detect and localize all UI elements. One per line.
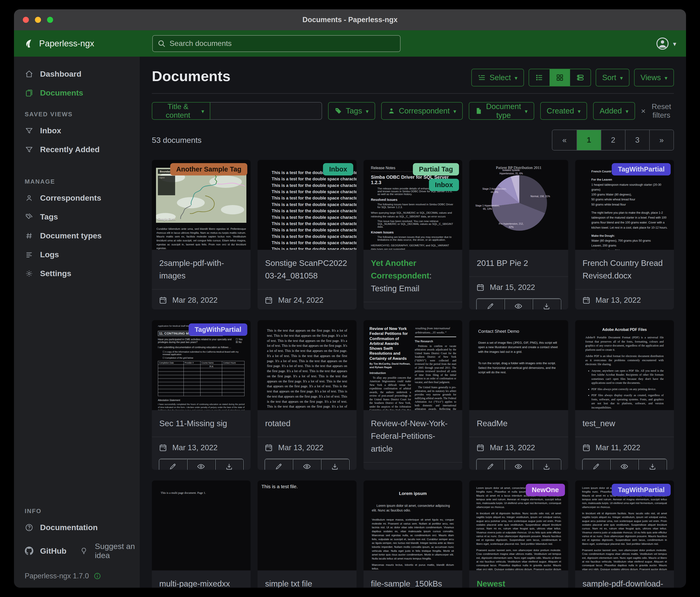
filter-added-button[interactable]: Added ▾ [593, 102, 635, 120]
document-title[interactable]: 2sample-pdf-with-images [159, 257, 243, 282]
pagination-page-3[interactable]: 3 [625, 130, 649, 150]
download-document-button[interactable] [532, 299, 561, 309]
edit-document-button[interactable] [583, 459, 610, 470]
document-thumbnail[interactable]: Boundary Waters TripLegendGoogle EarthCu… [152, 160, 251, 250]
sidebar-item-suggest-idea[interactable]: Suggest an idea [69, 537, 140, 565]
document-title[interactable]: Sonstige ScanPC2022 03-24_081058 [265, 257, 349, 282]
tag-badge[interactable]: TagWithPartial [612, 163, 671, 175]
tag-badge[interactable]: Partial Tag [413, 163, 459, 175]
sidebar-item-document-types[interactable]: Document types [14, 226, 140, 245]
document-card[interactable]: Contact Sheet DemoGiven a set of image f… [469, 320, 568, 470]
sidebar-item-documents[interactable]: Documents [14, 83, 140, 102]
sidebar-item-logs[interactable]: Logs [14, 245, 140, 264]
sidebar-item-inbox[interactable]: Inbox [14, 121, 140, 140]
search-input[interactable] [170, 39, 395, 48]
document-card[interactable]: French Country BreadFor the Leaven1 heap… [575, 160, 674, 309]
pagination-prev-button[interactable]: « [552, 130, 577, 150]
view-document-button[interactable] [293, 459, 321, 470]
document-card[interactable]: This is a multi page document. Page 1.mu… [152, 480, 251, 588]
document-card[interactable]: This is the text that appears on the fir… [257, 320, 356, 470]
document-title[interactable]: Review-of-New-York-Federal-Petitions-art… [371, 417, 455, 455]
filter-tags-button[interactable]: Tags ▾ [328, 102, 375, 120]
view-list-button[interactable] [529, 69, 550, 86]
global-search[interactable] [152, 35, 401, 52]
sidebar-item-dashboard[interactable]: Dashboard [14, 65, 140, 83]
document-card[interactable]: Adobe Acrobat PDF FilesAdobe® Portable D… [575, 320, 674, 470]
edit-document-button[interactable] [477, 459, 504, 470]
view-document-button[interactable] [504, 459, 532, 470]
sidebar-item-settings[interactable]: Settings [14, 264, 140, 283]
document-correspondent-link[interactable]: Newest Correspondent [477, 579, 535, 588]
sidebar-item-correspondents[interactable]: Correspondents [14, 189, 140, 207]
document-card[interactable]: Lorem ipsum dolor sit amet, consectetur … [575, 480, 674, 588]
document-thumbnail[interactable]: Lorem ipsum dolor sit amet, consectetur … [575, 480, 674, 570]
select-button[interactable]: Select ▾ [471, 69, 524, 87]
tag-badge[interactable]: NewOne [526, 484, 565, 496]
document-thumbnail[interactable]: Release NotesSimba ODBC Driver for SQL S… [364, 160, 462, 250]
document-correspondent-link[interactable]: Yet Another Correspondent [371, 258, 429, 280]
document-thumbnail[interactable]: Adobe Acrobat PDF FilesAdobe® Portable D… [575, 320, 674, 410]
document-title[interactable]: rotated [265, 417, 349, 430]
document-card[interactable]: This is a test file.simple txt file [257, 480, 356, 588]
sidebar-item-recently-added[interactable]: Recently Added [14, 140, 140, 159]
document-thumbnail[interactable]: French Country BreadFor the Leaven1 heap… [575, 160, 674, 250]
info-circle-icon[interactable] [94, 572, 101, 580]
document-card[interactable]: Release NotesSimba ODBC Driver for SQL S… [364, 160, 462, 309]
document-title[interactable]: French Country Bread Revised.docx [583, 257, 667, 282]
document-thumbnail[interactable]: This is the text that appears on the fir… [257, 320, 356, 410]
user-avatar-icon[interactable] [656, 37, 669, 50]
document-card[interactable]: Lorem ipsumLorem ipsum dolor sit amet, c… [364, 480, 462, 588]
document-thumbnail[interactable]: Review of New York Federal Petitions for… [364, 320, 462, 410]
document-title[interactable]: test_new [583, 417, 667, 430]
tag-badge[interactable]: Inbox [323, 163, 353, 175]
document-title[interactable]: simple txt file [265, 577, 349, 588]
document-title[interactable]: sample-pdf-download-10-mb-longer-title [583, 577, 667, 588]
sidebar-item-tags[interactable]: Tags [14, 207, 140, 226]
view-grid-button[interactable] [550, 69, 570, 86]
document-title[interactable]: Sec 11-Missing sig [159, 417, 243, 430]
document-thumbnail[interactable]: This is a test file. [257, 480, 356, 570]
brand[interactable]: Paperless-ngx [24, 39, 152, 49]
edit-document-button[interactable] [477, 299, 504, 309]
document-thumbnail[interactable]: Patient BP Distribution 2011Normal, 158,… [469, 160, 568, 250]
tag-badge[interactable]: Inbox [429, 179, 459, 191]
document-title[interactable]: Yet Another Correspondent: Testing Email [371, 257, 455, 295]
document-thumbnail[interactable]: Application for Medical Staff Members — … [152, 320, 251, 410]
reset-filters-button[interactable]: × Reset filters [641, 102, 674, 120]
sidebar-item-documentation[interactable]: Documentation [14, 518, 140, 537]
user-menu-caret-icon[interactable]: ▾ [673, 41, 676, 47]
document-title[interactable]: multi-page-mixedxx [159, 577, 243, 588]
document-card[interactable]: Lorem ipsum dolor sit amet, consectetur … [469, 480, 568, 588]
tag-badge[interactable]: TagWithPartial [612, 484, 671, 496]
document-title[interactable]: 2011 BP Pie 2 [477, 257, 560, 269]
download-document-button[interactable] [532, 459, 561, 470]
view-document-button[interactable] [504, 299, 532, 309]
document-card[interactable]: This is a test for the double space char… [257, 160, 356, 309]
filter-correspondent-button[interactable]: Correspondent ▾ [381, 102, 463, 120]
document-title[interactable]: file-sample_150kBs [371, 577, 455, 588]
document-card[interactable]: Patient BP Distribution 2011Normal, 158,… [469, 160, 568, 309]
document-thumbnail[interactable]: Contact Sheet DemoGiven a set of image f… [469, 320, 568, 410]
sort-button[interactable]: Sort ▾ [596, 69, 629, 87]
pagination-next-button[interactable]: » [649, 130, 673, 150]
document-title[interactable]: ReadMe [477, 417, 560, 430]
filter-query-input[interactable] [210, 102, 322, 120]
download-document-button[interactable] [321, 459, 349, 470]
document-thumbnail[interactable]: This is a multi page document. Page 1. [152, 480, 251, 570]
document-card[interactable]: Application for Medical Staff Members — … [152, 320, 251, 470]
pagination-page-1[interactable]: 1 [577, 130, 601, 150]
view-document-button[interactable] [187, 459, 215, 470]
views-button[interactable]: Views ▾ [634, 69, 674, 87]
download-document-button[interactable] [215, 459, 243, 470]
tag-badge[interactable]: TagWithPartial [189, 324, 248, 336]
filter-created-button[interactable]: Created ▾ [540, 102, 587, 120]
document-title[interactable]: Newest Correspondent: f_combineds [477, 577, 560, 588]
view-detail-button[interactable] [570, 69, 591, 86]
document-thumbnail[interactable]: Lorem ipsum dolor sit amet, consectetur … [469, 480, 568, 570]
close-window-button[interactable] [23, 17, 29, 23]
title-content-field-button[interactable]: Title & content ▾ [152, 102, 210, 120]
minimize-window-button[interactable] [35, 17, 41, 23]
edit-document-button[interactable] [265, 459, 293, 470]
document-card[interactable]: Boundary Waters TripLegendGoogle EarthCu… [152, 160, 251, 309]
view-document-button[interactable] [610, 459, 638, 470]
